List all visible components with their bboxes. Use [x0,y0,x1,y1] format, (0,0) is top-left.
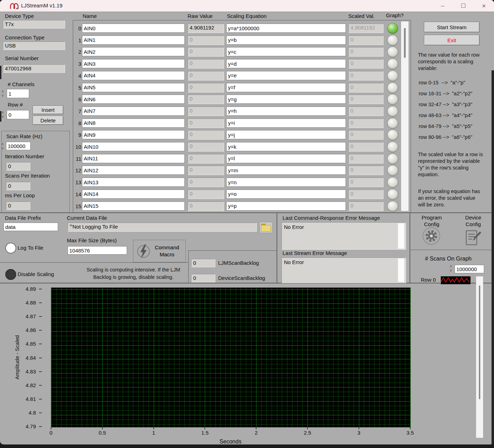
channel-name-input[interactable] [82,142,185,151]
graph-led[interactable] [387,189,398,200]
graph-led[interactable] [387,141,398,153]
graph-led[interactable] [387,165,398,176]
scaling-equation-input[interactable] [226,119,346,128]
scaling-equation-input[interactable] [226,71,346,80]
channel-name-input[interactable] [82,190,185,199]
scaling-equation-input[interactable] [226,154,346,163]
channel-name-input[interactable] [82,107,185,116]
scans-on-graph-input[interactable] [455,265,484,273]
table-scrollbar[interactable] [401,21,408,211]
disable-scaling-radio[interactable] [5,269,16,280]
y-tick-mark [39,358,42,358]
scan-rate-label: Scan Rate (Hz) [6,133,43,139]
x-tick-label: 3.5 [400,430,421,436]
graph-led[interactable] [387,82,398,94]
scaling-equation-input[interactable] [226,178,346,187]
scaling-equation-input[interactable] [226,95,346,104]
data-file-prefix-input[interactable] [4,223,58,231]
maximize-button[interactable]: ☐ [456,1,471,11]
scaling-equation-input[interactable] [226,166,346,175]
graph-plot-area[interactable] [51,287,411,428]
graph-scrollbar[interactable] [476,276,483,438]
table-row: 900 [73,129,410,141]
browse-folder-button[interactable] [259,222,273,233]
insert-button[interactable]: Insert [33,105,63,114]
graph-led[interactable] [387,153,398,165]
channel-name-input[interactable] [82,59,185,68]
channel-name-input[interactable] [82,166,185,175]
app-logo-icon [10,2,19,10]
raw-value-field: 0 [188,201,224,211]
cr-error-scrollbar[interactable] [398,223,404,249]
scan-rate-spinner[interactable]: ∧∨ [0,142,5,152]
stream-error-scrollbar[interactable] [398,258,404,282]
row-index: 4 [74,73,81,79]
channel-name-input[interactable] [82,201,185,211]
scaling-equation-input[interactable] [226,130,346,139]
mapping-line: row 0-15 --> "a"-"p" [419,77,472,88]
channel-name-input[interactable] [82,178,185,187]
minimize-button[interactable]: ─ [435,1,450,11]
scans-on-graph-spinner[interactable]: ∧∨ [448,264,454,274]
divider [0,283,494,283]
raw-value-field: 0 [188,190,224,199]
graph-led[interactable] [387,129,398,141]
graph-scrollbar-thumb[interactable] [479,286,480,399]
max-file-size-input[interactable] [68,246,127,255]
channel-name-input[interactable] [82,83,185,92]
raw-value-field: 0 [188,107,224,116]
channel-name-input[interactable] [82,47,185,56]
scaling-equation-input[interactable] [226,24,346,33]
start-stream-button[interactable]: Start Stream [424,22,480,32]
channel-name-input[interactable] [82,154,185,163]
command-macro-button[interactable]: Command Macro [133,240,186,262]
scaling-equation-input[interactable] [226,47,346,56]
graph-led[interactable] [387,35,398,46]
table-row: 100 [73,34,410,46]
channel-name-input[interactable] [82,71,185,80]
row-index: 5 [74,85,81,91]
scan-rate-input[interactable] [6,142,31,150]
row-number-input[interactable] [7,110,29,119]
exit-button[interactable]: Exit [424,35,480,45]
scaling-equation-input[interactable] [226,107,346,116]
current-data-file-field: %Not Logging To File [68,223,257,232]
gear-icon[interactable] [422,227,441,245]
x-tick-mark [153,427,154,429]
row-index: 2 [74,49,81,55]
graph-led[interactable] [387,177,398,188]
raw-value-field: 0 [188,95,224,104]
scaling-equation-input[interactable] [226,83,346,92]
channel-name-input[interactable] [82,130,185,139]
document-edit-icon[interactable] [465,228,482,246]
graph-led[interactable] [387,46,398,58]
delete-button[interactable]: Delete [33,116,63,125]
channel-name-input[interactable] [82,95,185,104]
graph-led[interactable] [387,94,398,105]
close-button[interactable]: ✕ [476,1,492,11]
scaling-equation-input[interactable] [226,190,346,199]
log-to-file-radio[interactable] [5,243,16,254]
raw-value-field: 0 [188,47,224,57]
table-row: 300 [73,58,410,70]
graph-led[interactable] [387,58,398,70]
channel-name-input[interactable] [82,24,185,33]
channel-name-input[interactable] [82,36,185,45]
device-type-field: T7x [3,20,65,28]
channels-spinner[interactable]: ∧∨ [0,89,5,99]
graph-led[interactable] [387,70,398,82]
graph-led[interactable] [387,106,398,117]
scaling-equation-input[interactable] [226,142,346,151]
row0-legend-swatch[interactable] [441,276,471,284]
scaling-equation-input[interactable] [226,36,346,45]
table-scrollbar-thumb[interactable] [404,28,406,58]
scaling-equation-input[interactable] [226,201,346,211]
graph-led[interactable] [387,201,398,212]
graph-led[interactable] [387,23,398,34]
channel-name-input[interactable] [82,119,185,128]
scaling-equation-input[interactable] [226,59,346,68]
raw-value-field: 0 [188,59,224,69]
channels-input[interactable] [7,89,29,98]
graph-led[interactable] [387,118,398,129]
raw-value-field: 0 [188,36,224,45]
